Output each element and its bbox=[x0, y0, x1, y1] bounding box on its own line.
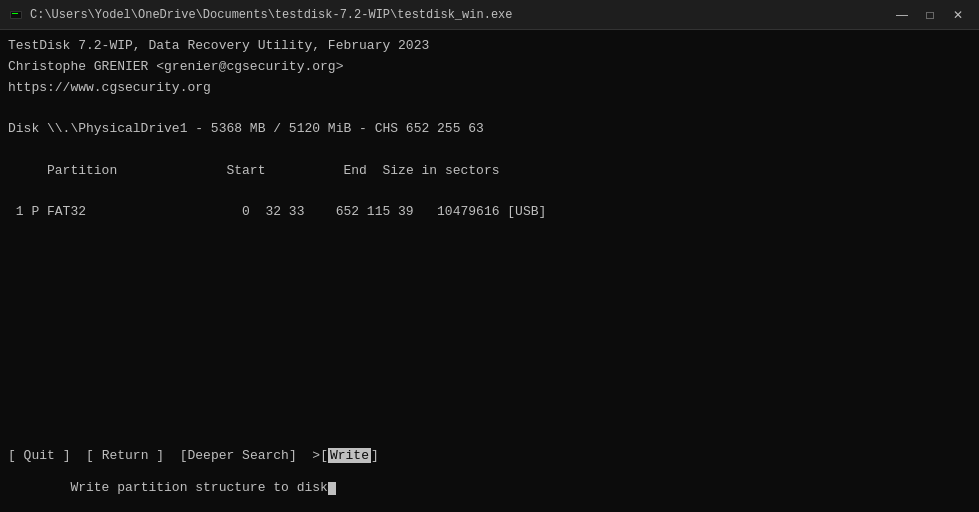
url-line: https://www.cgsecurity.org bbox=[8, 78, 971, 99]
window-title: C:\Users\Yodel\OneDrive\Documents\testdi… bbox=[30, 8, 512, 22]
deeper-bracket-open: [ bbox=[164, 448, 187, 463]
maximize-button[interactable]: □ bbox=[917, 5, 943, 25]
write-prefix bbox=[297, 448, 313, 463]
window: C:\Users\Yodel\OneDrive\Documents\testdi… bbox=[0, 0, 979, 512]
cursor bbox=[328, 482, 336, 495]
return-bracket-close: ] bbox=[148, 448, 164, 463]
write-bracket-close: ] bbox=[371, 448, 379, 463]
write-bracket-open: >[ bbox=[312, 448, 328, 463]
minimize-button[interactable]: — bbox=[889, 5, 915, 25]
author-line: Christophe GRENIER <grenier@cgsecurity.o… bbox=[8, 57, 971, 78]
deeper-bracket-close: ] bbox=[289, 448, 297, 463]
disk-info-line: Disk \\.\PhysicalDrive1 - 5368 MB / 5120… bbox=[8, 119, 971, 140]
quit-bracket-close: ] bbox=[55, 448, 71, 463]
svg-rect-3 bbox=[12, 13, 18, 14]
write-label[interactable]: Write bbox=[328, 448, 371, 463]
return-bracket-open: [ bbox=[70, 448, 101, 463]
deeper-label[interactable]: Deeper Search bbox=[187, 448, 288, 463]
terminal-output: TestDisk 7.2-WIP, Data Recovery Utility,… bbox=[0, 30, 979, 444]
svg-rect-2 bbox=[11, 12, 21, 18]
app-title-line: TestDisk 7.2-WIP, Data Recovery Utility,… bbox=[8, 36, 971, 57]
menu-line: [ Quit ] [ Return ] [ Deeper Search ] >[… bbox=[8, 448, 971, 463]
app-icon bbox=[8, 7, 24, 23]
quit-bracket-open: [ bbox=[8, 448, 24, 463]
bottom-bar: [ Quit ] [ Return ] [ Deeper Search ] >[… bbox=[0, 444, 979, 512]
column-headers: Partition Start End Size in sectors bbox=[8, 161, 971, 182]
partition-row-1: 1 P FAT32 0 32 33 652 115 39 10479616 [U… bbox=[8, 202, 971, 223]
title-bar-left: C:\Users\Yodel\OneDrive\Documents\testdi… bbox=[8, 7, 512, 23]
status-message: Write partition structure to disk bbox=[55, 480, 328, 495]
close-button[interactable]: ✕ bbox=[945, 5, 971, 25]
return-label[interactable]: Return bbox=[102, 448, 149, 463]
status-text: Write partition structure to disk bbox=[8, 465, 971, 510]
window-controls: — □ ✕ bbox=[889, 5, 971, 25]
title-bar: C:\Users\Yodel\OneDrive\Documents\testdi… bbox=[0, 0, 979, 30]
quit-label[interactable]: Quit bbox=[24, 448, 55, 463]
